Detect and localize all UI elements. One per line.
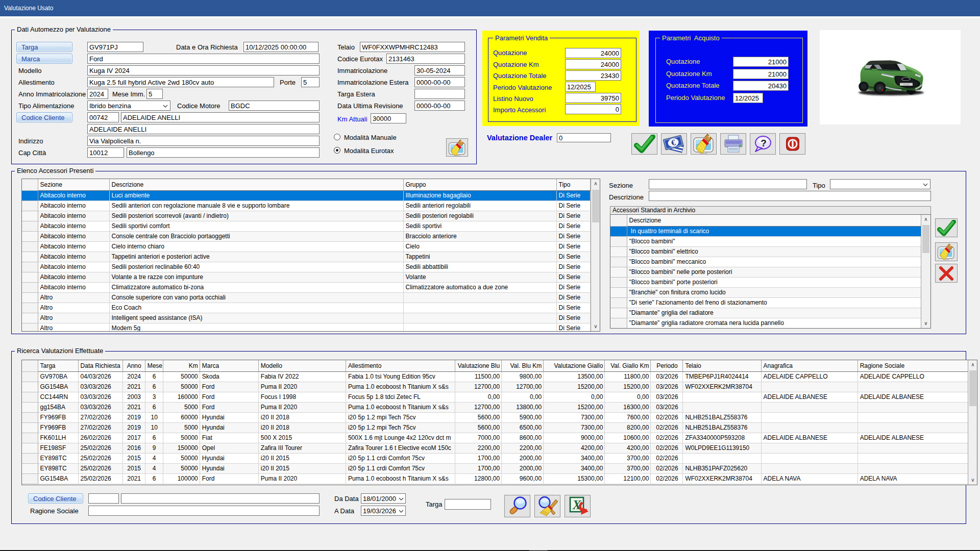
svg-text:KUGA: KUGA [904, 84, 910, 86]
svg-text:?: ? [761, 138, 767, 148]
